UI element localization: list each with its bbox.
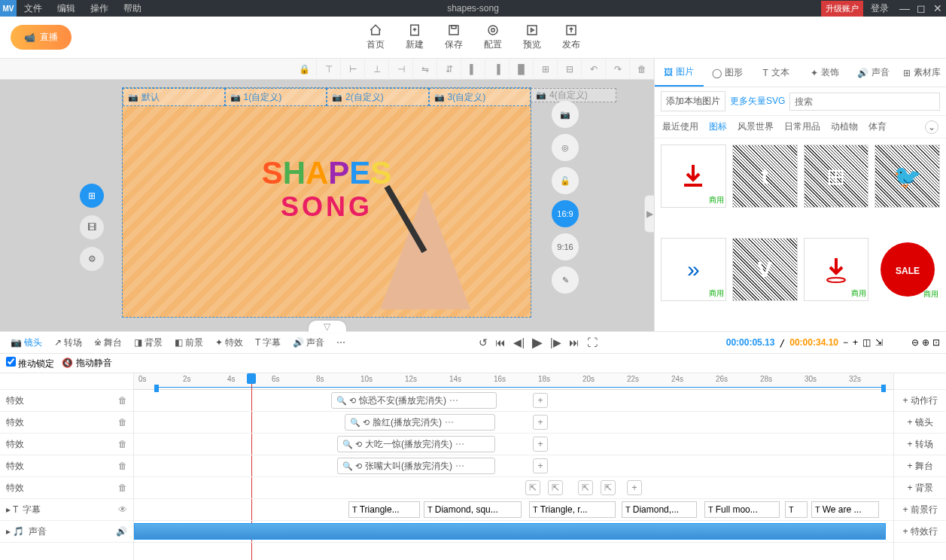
target-icon[interactable]: ◎ (552, 134, 579, 161)
skip-back-icon[interactable]: ⏮ (495, 336, 506, 348)
cat-scenery[interactable]: 风景世界 (738, 120, 774, 133)
step-fwd-icon[interactable]: |▶ (550, 336, 561, 348)
distribute-h-icon[interactable]: ⊞ (534, 59, 558, 80)
nav-home[interactable]: 首页 (367, 23, 385, 51)
track-row[interactable]: ⇱ ⇱ ⇱ ⇱ + (134, 477, 893, 499)
tab-image[interactable]: 🖼图片 (655, 59, 704, 87)
add-camera-row[interactable]: +镜头 (894, 412, 946, 434)
camera-icon[interactable]: 📷 (552, 101, 579, 128)
marker-icon[interactable]: ⇱ (578, 480, 593, 495)
tl-tab-background[interactable]: ◨背景 (129, 334, 167, 352)
effect-clip[interactable]: 🔍 ⟲ 惊恐不安(播放完消失)⋯ (331, 392, 497, 409)
nav-config[interactable]: 配置 (484, 23, 502, 51)
asset-download2-icon[interactable]: 商用 (804, 238, 869, 301)
tl-tab-audio[interactable]: 🔊声音 (288, 334, 329, 352)
subtitle-clip[interactable]: T (785, 501, 808, 518)
track-row[interactable]: 🔍 ⟲ 大吃一惊(播放完消失)⋯ + (134, 434, 893, 455)
audio-track[interactable] (134, 521, 893, 543)
add-clip-icon[interactable]: + (533, 393, 548, 408)
menu-file[interactable]: 文件 (17, 2, 50, 15)
audio-clip[interactable] (134, 523, 886, 540)
track-row[interactable]: 🔍 ⟲ 脸红(播放完消失)⋯ + (134, 412, 893, 434)
align-l-icon[interactable]: ▌ (461, 59, 485, 80)
align-top-icon[interactable]: ⊤ (317, 59, 341, 80)
cat-recent[interactable]: 最近使用 (662, 120, 698, 133)
asset-windows-icon[interactable]: ⊞ (804, 145, 869, 208)
cat-icons[interactable]: 图标 (709, 120, 727, 133)
more-svg-link[interactable]: 更多矢量SVG (730, 95, 785, 108)
skip-fwd-icon[interactable]: ⏭ (569, 336, 579, 348)
cat-daily[interactable]: 日常用品 (784, 120, 820, 133)
subtitle-clip[interactable]: TTriangle... (348, 501, 420, 518)
zoom-in-icon[interactable]: ⊕ (922, 337, 929, 348)
add-clip-icon[interactable]: + (533, 458, 548, 473)
delete-track-icon[interactable]: 🗑 (118, 417, 127, 428)
tl-tab-stage[interactable]: ※舞台 (90, 334, 126, 352)
subtitle-clip[interactable]: TTriangle, r... (529, 501, 616, 518)
tab-sound[interactable]: 🔊声音 (849, 59, 898, 87)
drag-mute-toggle[interactable]: 🔇 拖动静音 (62, 357, 111, 370)
zoom-fit-icon[interactable]: ⊡ (932, 337, 940, 348)
canvas-stage[interactable]: ⊞ 🎞 ⚙ 📷默认 📷1(自定义) 📷2(自定义) 📷3(自定义) 📷4(自定义… (0, 80, 654, 331)
collapse-panel-icon[interactable]: ▶ (644, 195, 655, 233)
add-clip-icon[interactable]: + (627, 480, 642, 495)
asset-sale-badge[interactable]: SALE商用 (875, 238, 940, 301)
add-stage-row[interactable]: +舞台 (894, 455, 946, 477)
upgrade-button[interactable]: 升级账户 (821, 1, 863, 17)
subtitle-clip[interactable]: TFull moo... (704, 501, 780, 518)
tab-decor[interactable]: ✦装饰 (801, 59, 850, 87)
rewind-icon[interactable]: ↺ (479, 336, 488, 348)
scene-tab-3[interactable]: 📷3(自定义) (429, 88, 531, 106)
tl-tab-foreground[interactable]: ◧前景 (170, 334, 208, 352)
marker-icon[interactable]: ⇱ (525, 480, 540, 495)
more-categories-icon[interactable]: ⌄ (925, 120, 938, 134)
add-effect-row[interactable]: +特效行 (894, 521, 946, 543)
maximize-icon[interactable]: ◻ (913, 0, 929, 17)
tl-tab-camera[interactable]: 📷镜头 (6, 334, 47, 352)
visibility-icon[interactable]: 👁 (118, 504, 127, 515)
grid-tool-icon[interactable]: ⊞ (80, 184, 104, 208)
step-back-icon[interactable]: ◀| (513, 336, 525, 348)
add-action-row[interactable]: +动作行 (894, 390, 946, 412)
lock-icon[interactable]: 🔒 (293, 59, 317, 80)
redo-icon[interactable]: ↷ (606, 59, 630, 80)
align-bottom-icon[interactable]: ⊥ (365, 59, 389, 80)
tab-text[interactable]: T文本 (752, 59, 801, 87)
effect-clip[interactable]: 🔍 ⟲ 大吃一惊(播放完消失)⋯ (337, 436, 495, 452)
timeline-tracks[interactable]: 0s2s4s6s8s10s12s14s16s18s20s22s24s26s28s… (134, 373, 893, 560)
ratio-9-16[interactable]: 9:16 (552, 233, 579, 260)
delete-track-icon[interactable]: 🗑 (118, 461, 127, 471)
effect-clip[interactable]: 🔍 ⟲ 脸红(播放完消失)⋯ (345, 414, 495, 431)
cat-sports[interactable]: 体育 (868, 120, 887, 133)
effect-clip[interactable]: 🔍 ⟲ 张嘴大叫(播放完消失)⋯ (337, 458, 495, 474)
flip-h-icon[interactable]: ⇋ (413, 59, 437, 80)
asset-download-icon[interactable]: 商用 (661, 145, 726, 208)
tl-tab-subtitle[interactable]: T字幕 (251, 334, 285, 352)
marker-icon[interactable]: ⇲ (875, 337, 883, 348)
add-fg-row[interactable]: +前景行 (894, 499, 946, 521)
delete-track-icon[interactable]: 🗑 (118, 395, 127, 406)
tab-shape[interactable]: ◯图形 (704, 59, 753, 87)
marker-icon[interactable]: ⇱ (601, 480, 616, 495)
search-input[interactable] (789, 93, 940, 111)
flip-v-icon[interactable]: ⇵ (437, 59, 461, 80)
track-row[interactable]: 🔍 ⟲ 张嘴大叫(播放完消失)⋯ + (134, 455, 893, 477)
asset-vimeo-icon[interactable]: V (732, 238, 798, 301)
minimize-icon[interactable]: — (896, 0, 913, 17)
collapse-canvas-icon[interactable]: ▽ (309, 321, 346, 333)
subtitle-track[interactable]: TTriangle... TDiamond, squ... TTriangle,… (134, 499, 893, 521)
tab-library[interactable]: ⊞素材库 (898, 59, 947, 87)
undo-icon[interactable]: ↶ (582, 59, 606, 80)
unlock-icon[interactable]: 🔓 (552, 167, 579, 194)
tl-tab-effects[interactable]: ✦特效 (211, 334, 248, 352)
asset-tumblr-icon[interactable]: t (732, 145, 798, 208)
asset-forward-icon[interactable]: »商用 (661, 238, 726, 301)
add-bg-row[interactable]: +背景 (894, 477, 946, 499)
zoom-out-icon[interactable]: ⊖ (911, 337, 919, 348)
close-icon[interactable]: ✕ (929, 0, 946, 17)
track-row[interactable]: 🔍 ⟲ 惊恐不安(播放完消失)⋯ + (134, 390, 893, 412)
volume-icon[interactable]: 🔊 (116, 526, 127, 537)
live-button[interactable]: 📹 直播 (11, 25, 71, 50)
menu-help[interactable]: 帮助 (116, 2, 149, 15)
asset-twitter-icon[interactable]: 🐦 (875, 145, 940, 208)
